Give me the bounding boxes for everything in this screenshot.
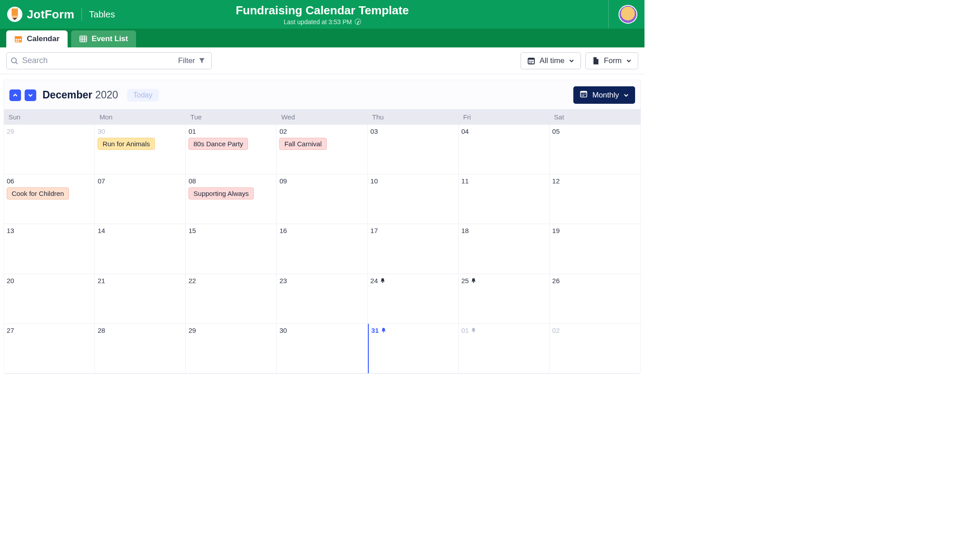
calendar-cell[interactable]: 29 [186,324,277,373]
calendar-panel: December 2020 Today Monthly Sun Mon Tue … [4,80,641,374]
calendar-cell[interactable]: 21 [95,274,186,324]
tab-event-list[interactable]: Event List [71,30,136,47]
calendar-cell[interactable]: 14 [95,224,186,274]
calendar-cell[interactable]: 10 [368,174,459,224]
calendar-cell[interactable]: 02 [550,324,640,373]
tab-calendar[interactable]: Calendar [6,30,68,47]
form-label: Form [604,56,622,65]
divider [81,8,82,21]
day-number: 15 [188,227,273,234]
calendar-cell[interactable]: 04 [459,125,550,174]
brand-name: JotForm [27,8,74,21]
search-field[interactable] [6,52,174,69]
svg-rect-2 [16,39,17,40]
calendar-cell[interactable]: 15 [186,224,277,274]
calendar-cell[interactable]: 06Cook for Children [4,174,95,224]
svg-rect-15 [528,58,534,60]
calendar-cell[interactable]: 27 [4,324,95,373]
calendar-cell[interactable]: 05 [550,125,640,174]
calendar-cell[interactable]: 02Fall Carnival [277,125,367,174]
day-number: 02 [552,327,638,334]
calendar-cell[interactable]: 29 [4,125,95,174]
calendar-event[interactable]: Supporting Always [188,187,253,199]
calendar-cell[interactable]: 30Run for Animals [95,125,186,174]
day-number: 23 [279,277,364,284]
form-button[interactable]: Form [585,52,638,69]
clock-icon [354,19,361,25]
view-mode-button[interactable]: Monthly [573,86,635,104]
svg-point-31 [473,331,474,332]
doc-title[interactable]: Fundraising Calendar Template [236,4,409,17]
calendar-cell[interactable]: 09 [277,174,367,224]
bell-icon [381,327,386,333]
filter-button[interactable]: Filter [172,52,212,69]
calendar-header: December 2020 Today Monthly [4,80,640,109]
day-number: 27 [7,327,92,334]
search-input[interactable] [22,53,174,69]
month-year-label: December 2020 [43,89,118,101]
calendar-cell[interactable]: 18 [459,224,550,274]
calendar-cell[interactable]: 11 [459,174,550,224]
calendar-cell[interactable]: 17 [368,224,459,274]
svg-line-13 [16,62,17,64]
calendar-cell[interactable]: 12 [550,174,640,224]
last-updated: Last updated at 3:53 PM [284,18,352,25]
day-number: 29 [188,327,273,334]
calendar-event[interactable]: Cook for Children [7,187,69,199]
calendar-cell[interactable]: 07 [95,174,186,224]
calendar-cell[interactable]: 31 [368,324,459,373]
calendar-event[interactable]: Run for Animals [98,138,155,150]
app-header: JotForm Tables Fundraising Calendar Temp… [0,0,644,29]
day-number: 09 [279,177,364,185]
svg-rect-4 [20,39,21,40]
day-number: 10 [371,177,456,185]
prev-month-button[interactable] [9,89,21,101]
calendar-event[interactable]: 80s Dance Party [188,138,248,150]
svg-rect-1 [15,36,22,38]
day-number: 11 [461,177,546,185]
calendar-cell[interactable]: 08Supporting Always [186,174,277,224]
day-number: 07 [98,177,183,185]
day-number: 24 [371,277,456,284]
day-number: 08 [188,177,273,185]
calendar-cell[interactable]: 23 [277,274,367,324]
today-button[interactable]: Today [127,89,159,102]
calendar-cell[interactable]: 01 [459,324,550,373]
calendar-cell[interactable]: 20 [4,274,95,324]
svg-point-28 [382,282,383,283]
calendar-cell[interactable]: 19 [550,224,640,274]
day-number: 02 [279,127,364,135]
next-month-button[interactable] [25,89,36,101]
calendar-cell[interactable]: 22 [186,274,277,324]
weekday: Fri [459,109,550,124]
calendar-cell[interactable]: 25 [459,274,550,324]
brand[interactable]: JotForm [7,7,74,22]
day-number: 28 [98,327,183,334]
calendar-cell[interactable]: 28 [95,324,186,373]
calendar-cell[interactable]: 30 [277,324,367,373]
avatar[interactable] [619,5,637,24]
weekday: Tue [186,109,277,124]
svg-rect-18 [532,61,533,62]
calendar-cell[interactable]: 26 [550,274,640,324]
day-number: 17 [371,227,456,234]
calendar-event[interactable]: Fall Carnival [279,138,326,150]
bell-icon [471,327,476,333]
day-number: 25 [461,277,546,284]
day-number: 30 [279,327,364,334]
day-number: 22 [188,277,273,284]
day-number: 21 [98,277,183,284]
calendar-cell[interactable]: 16 [277,224,367,274]
date-range-label: All time [540,56,565,65]
calendar-cell[interactable]: 24 [368,274,459,324]
day-number: 20 [7,277,92,284]
calendar-cell[interactable]: 0180s Dance Party [186,125,277,174]
search-icon [7,57,22,65]
calendar-icon [14,35,22,43]
calendar-cell[interactable]: 13 [4,224,95,274]
calendar-cell[interactable]: 03 [368,125,459,174]
brand-sub: Tables [89,9,115,20]
day-number: 18 [461,227,546,234]
date-range-button[interactable]: All time [521,52,581,69]
weekday: Wed [277,109,367,124]
